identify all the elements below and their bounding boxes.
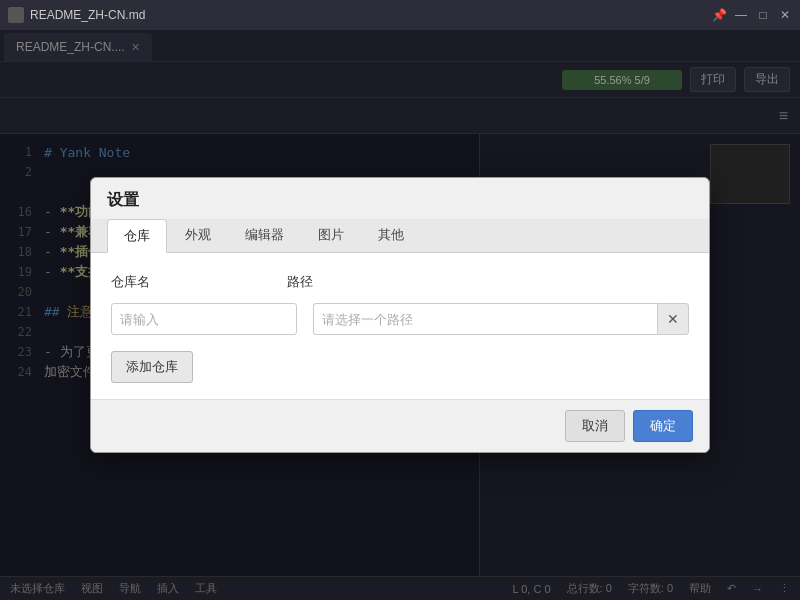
modal-footer: 取消 确定 <box>91 399 709 452</box>
modal-tab-other[interactable]: 其他 <box>362 219 420 252</box>
add-repo-button[interactable]: 添加仓库 <box>111 351 193 383</box>
pin-button[interactable]: 📌 <box>712 8 726 22</box>
path-input-row: ✕ <box>313 303 689 335</box>
window-title: README_ZH-CN.md <box>30 8 712 22</box>
maximize-button[interactable]: □ <box>756 8 770 22</box>
ok-button[interactable]: 确定 <box>633 410 693 442</box>
modal-overlay: 设置 仓库 外观 编辑器 图片 其他 仓库名 路径 <box>0 30 800 600</box>
name-col-header: 仓库名 <box>111 273 271 291</box>
modal-tab-editor[interactable]: 编辑器 <box>229 219 300 252</box>
modal-title: 设置 <box>91 178 709 219</box>
modal-tab-image[interactable]: 图片 <box>302 219 360 252</box>
name-input-col <box>111 303 297 335</box>
close-button[interactable]: ✕ <box>778 8 792 22</box>
modal-tab-appearance[interactable]: 外观 <box>169 219 227 252</box>
repo-path-input[interactable] <box>313 303 657 335</box>
cancel-button[interactable]: 取消 <box>565 410 625 442</box>
path-clear-button[interactable]: ✕ <box>657 303 689 335</box>
path-col-header: 路径 <box>287 273 689 291</box>
modal-tabs: 仓库 外观 编辑器 图片 其他 <box>91 219 709 253</box>
minimize-button[interactable]: — <box>734 8 748 22</box>
settings-modal: 设置 仓库 外观 编辑器 图片 其他 仓库名 路径 <box>90 177 710 453</box>
path-input-col: ✕ <box>313 303 689 335</box>
app-icon <box>8 7 24 23</box>
path-label: 路径 <box>287 273 689 291</box>
repo-name-input[interactable] <box>111 303 297 335</box>
window-controls: 📌 — □ ✕ <box>712 8 792 22</box>
app-body: README_ZH-CN.... ✕ 55.56% 5/9 打印 导出 ≡ 1 … <box>0 30 800 600</box>
title-bar: README_ZH-CN.md 📌 — □ ✕ <box>0 0 800 30</box>
modal-tab-repo[interactable]: 仓库 <box>107 219 167 253</box>
name-label: 仓库名 <box>111 273 271 291</box>
form-labels-row: 仓库名 路径 <box>111 273 689 291</box>
form-inputs-row: ✕ <box>111 303 689 335</box>
modal-body: 仓库名 路径 ✕ <box>91 253 709 399</box>
